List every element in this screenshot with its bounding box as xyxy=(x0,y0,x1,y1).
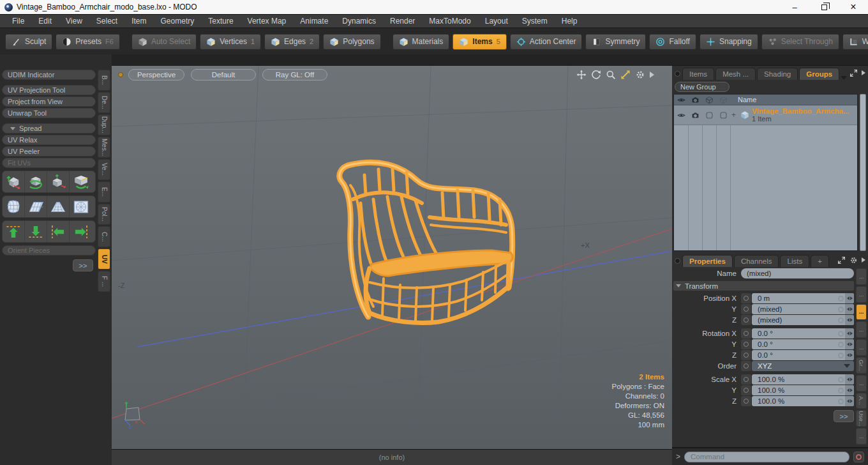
tab-add[interactable]: + xyxy=(811,255,829,267)
menu-edit[interactable]: Edit xyxy=(31,15,59,27)
uv-sphere-map-icon[interactable] xyxy=(70,196,92,217)
presets-button[interactable]: Presets F6 xyxy=(56,34,120,50)
record-macro-button[interactable] xyxy=(853,452,864,462)
polygons-button[interactable]: Polygons xyxy=(323,34,380,50)
reset-icon[interactable] xyxy=(838,331,844,337)
menu-maxtomodo[interactable]: MaxToModo xyxy=(422,15,477,27)
viewport-menu-dot[interactable] xyxy=(118,72,123,77)
properties-more-button[interactable]: >> xyxy=(834,410,854,422)
vertices-button[interactable]: Vertices 1 xyxy=(200,34,261,50)
align-up-icon[interactable] xyxy=(3,221,25,242)
channel-toggle[interactable] xyxy=(741,315,751,325)
tab-items[interactable]: Items xyxy=(682,68,714,80)
group-row[interactable]: + Vintage_Bamboo_Armcha... 1 Item xyxy=(674,105,857,125)
scale-x-field[interactable]: 100.0 % xyxy=(752,374,854,385)
sidebar-more-button[interactable]: >> xyxy=(73,259,93,271)
menu-view[interactable]: View xyxy=(59,15,89,27)
channel-toggle[interactable] xyxy=(741,328,751,339)
expand-panel-icon[interactable] xyxy=(849,69,858,77)
materials-button[interactable]: Materials xyxy=(393,34,450,50)
reset-icon[interactable] xyxy=(838,377,844,383)
channel-toggle[interactable] xyxy=(741,374,751,385)
spread-section-header[interactable]: Spread xyxy=(2,123,96,133)
transform-section-header[interactable]: Transform xyxy=(673,281,854,291)
mini-slider[interactable] xyxy=(845,315,854,325)
form-preset-button[interactable]: ... xyxy=(856,428,867,445)
viewport-shading-button[interactable]: Default xyxy=(191,69,256,80)
orient-pieces-button[interactable]: Orient Pieces xyxy=(2,245,96,255)
row-eye-icon[interactable] xyxy=(677,111,685,119)
action-center-button[interactable]: Action Center xyxy=(510,34,583,50)
panel-flyout-icon[interactable] xyxy=(862,70,865,75)
workplane-button[interactable]: WorkPlane xyxy=(842,34,868,50)
command-input[interactable] xyxy=(684,452,849,462)
align-right-icon[interactable] xyxy=(70,221,92,242)
row-checkbox2-icon[interactable] xyxy=(719,111,728,119)
channel-toggle[interactable] xyxy=(741,361,751,371)
pan-icon[interactable] xyxy=(576,70,587,80)
bamboo-armchair-wireframe[interactable] xyxy=(329,153,520,335)
mini-slider[interactable] xyxy=(845,396,854,406)
panel-flyout-icon[interactable] xyxy=(862,257,865,263)
viewport-raygl-button[interactable]: Ray GL: Off xyxy=(262,69,327,80)
vtab-ve[interactable]: Ve... xyxy=(98,159,110,180)
vtab-mes[interactable]: Mes... xyxy=(98,137,110,158)
mini-slider[interactable] xyxy=(845,339,854,349)
unwrap-tool-button[interactable]: Unwrap Tool xyxy=(2,108,96,118)
list-scrollbar[interactable] xyxy=(860,94,866,251)
position-z-field[interactable]: (mixed) xyxy=(752,315,854,325)
project-from-view-button[interactable]: Project from View xyxy=(2,96,96,107)
move-tool-icon[interactable] xyxy=(3,171,25,192)
edges-button[interactable]: Edges 2 xyxy=(264,34,320,50)
align-left-icon[interactable] xyxy=(47,221,70,242)
menu-vertex-map[interactable]: Vertex Map xyxy=(241,15,294,27)
form-preset-button[interactable]: ... xyxy=(856,268,867,285)
maximize-icon[interactable] xyxy=(620,70,631,80)
form-preset-group-button[interactable]: Gr... xyxy=(856,357,867,374)
fit-uvs-button[interactable]: Fit UVs xyxy=(2,158,96,168)
form-preset-button[interactable]: ... xyxy=(856,286,867,303)
auto-select-button[interactable]: Auto Select xyxy=(131,34,197,50)
mini-slider[interactable] xyxy=(845,374,854,385)
gear-icon[interactable] xyxy=(635,70,645,80)
restore-button[interactable] xyxy=(809,0,839,14)
expand-panel-icon[interactable] xyxy=(837,256,846,264)
row-camera-icon[interactable] xyxy=(691,111,700,119)
rotation-x-field[interactable]: 0.0 ° xyxy=(752,328,854,339)
form-preset-button[interactable]: ... xyxy=(856,339,867,356)
uv-relax-button[interactable]: UV Relax xyxy=(2,135,96,145)
vtab-dup[interactable]: Dup... xyxy=(98,114,110,135)
form-preset-button[interactable]: ... xyxy=(856,375,867,392)
reset-icon[interactable] xyxy=(838,307,844,312)
menu-geometry[interactable]: Geometry xyxy=(154,15,202,27)
tab-shading[interactable]: Shading xyxy=(757,68,798,80)
viewport-flyout-icon[interactable] xyxy=(650,72,654,78)
select-through-button[interactable]: Select Through xyxy=(761,34,839,50)
reset-icon[interactable] xyxy=(838,342,844,347)
form-preset-assembly-button[interactable]: A... xyxy=(856,393,867,409)
tab-overflow-icon[interactable] xyxy=(841,76,847,80)
udim-indicator-button[interactable]: UDIM Indicator xyxy=(2,70,96,80)
position-y-field[interactable]: (mixed) xyxy=(752,304,854,314)
viewport-mode-button[interactable]: Perspective xyxy=(128,69,184,80)
vtab-pol[interactable]: Pol... xyxy=(98,204,110,225)
menu-layout[interactable]: Layout xyxy=(478,15,515,27)
rotate-tool-icon[interactable] xyxy=(25,171,47,192)
vtab-uv[interactable]: UV xyxy=(98,248,110,270)
align-down-icon[interactable] xyxy=(25,221,47,242)
tab-groups[interactable]: Groups xyxy=(799,68,839,80)
row-checkbox-icon[interactable] xyxy=(705,111,714,119)
mini-slider[interactable] xyxy=(845,328,854,339)
reset-icon[interactable] xyxy=(838,317,844,323)
menu-item[interactable]: Item xyxy=(124,15,153,27)
transform-tool-icon[interactable] xyxy=(47,171,70,192)
panel-widget-icon[interactable] xyxy=(675,258,680,264)
rotation-z-field[interactable]: 0.0 ° xyxy=(752,350,854,360)
tab-mesh[interactable]: Mesh ... xyxy=(715,68,756,80)
uv-projection-tool-button[interactable]: UV Projection Tool xyxy=(2,85,96,95)
minimize-button[interactable]: – xyxy=(780,0,809,14)
menu-dynamics[interactable]: Dynamics xyxy=(335,15,383,27)
menu-render[interactable]: Render xyxy=(383,15,422,27)
group-name[interactable]: Vintage_Bamboo_Armcha... xyxy=(752,107,849,115)
channel-toggle[interactable] xyxy=(741,385,751,395)
